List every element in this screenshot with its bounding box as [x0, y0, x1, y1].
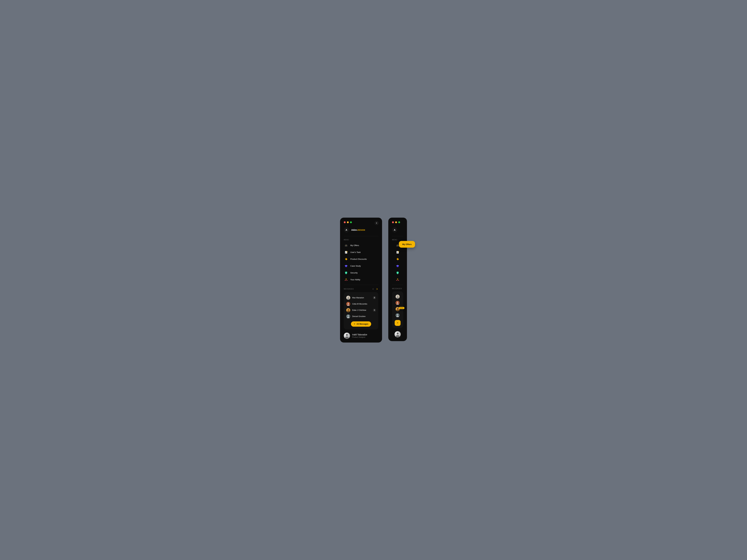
- avatar: [346, 296, 350, 300]
- svg-point-7: [348, 303, 349, 304]
- brand-suffix: DESIGN: [358, 229, 365, 231]
- message-contact[interactable]: [393, 306, 402, 312]
- svg-point-20: [397, 314, 398, 316]
- brand-badge: A: [392, 227, 397, 233]
- contact-name: Max Maraston: [352, 297, 371, 299]
- menu-item-users-task[interactable]: [392, 249, 403, 255]
- window-controls: [344, 221, 378, 223]
- ability-icon: [396, 278, 399, 282]
- avatar: [346, 302, 350, 306]
- brand-badge: A: [344, 227, 349, 233]
- maximize-window-dot[interactable]: [350, 221, 352, 223]
- profile-avatar: [394, 331, 401, 338]
- checklist-icon: [344, 250, 348, 254]
- menu-item-label: User's Task: [350, 251, 361, 254]
- menu-item-product-discounts[interactable]: [392, 256, 403, 262]
- sidebar-expanded: A Adze.DESIGN MENU My Offers User's Task: [340, 218, 382, 343]
- contact-name: Edan J Critchlow: [352, 309, 371, 311]
- messages-card: Max Maraston 2 Celia W Mccombs Edan J Cr…: [344, 292, 378, 329]
- svg-rect-0: [345, 245, 347, 246]
- message-contact[interactable]: [393, 300, 402, 306]
- profile[interactable]: [392, 331, 403, 338]
- svg-point-21: [397, 332, 398, 335]
- minimize-window-dot[interactable]: [347, 221, 349, 223]
- message-contact[interactable]: Edan J Critchlow 1: [346, 307, 376, 313]
- menu-item-product-discounts[interactable]: Product Discounts: [344, 256, 378, 262]
- svg-rect-13: [397, 245, 398, 246]
- menu-item-label: Security: [350, 272, 358, 274]
- message-contact[interactable]: Max Maraston 2: [346, 295, 376, 301]
- caret-down-icon: [397, 322, 398, 323]
- menu-item-label: Your Ability: [350, 278, 360, 281]
- unread-badge: 2: [373, 296, 376, 299]
- message-contact[interactable]: [393, 294, 402, 300]
- menu-section-label: MENU: [344, 239, 378, 241]
- menu-item-your-ability[interactable]: [392, 277, 403, 283]
- chevron-left-icon: [372, 288, 374, 290]
- contact-name: Celia W Mccombs: [352, 303, 376, 305]
- svg-rect-12: [397, 244, 398, 245]
- message-contact[interactable]: [393, 312, 402, 318]
- message-contact[interactable]: Densel Groshev: [346, 313, 376, 320]
- messages-header: MESSAGES: [344, 288, 378, 290]
- sidebar-collapsed: A MENU My Offers: [388, 218, 407, 341]
- menu-item-users-task[interactable]: User's Task: [344, 249, 378, 255]
- messages-card: [392, 291, 403, 328]
- ability-icon: [344, 278, 348, 282]
- svg-rect-1: [346, 244, 346, 245]
- briefcase-icon: [344, 244, 348, 247]
- profile[interactable]: Irakli Talavadze Product Designer: [344, 332, 378, 339]
- message-contact[interactable]: Celia W Mccombs: [346, 301, 376, 307]
- all-messages-button[interactable]: [395, 320, 401, 326]
- messages-next-button[interactable]: [376, 288, 378, 290]
- profile-name: Irakli Talavadze: [352, 334, 367, 336]
- menu-item-label: My Offers: [350, 244, 359, 246]
- menu-list: My Offers User's Task Product Discounts …: [344, 242, 378, 285]
- svg-point-17: [397, 296, 398, 297]
- avatar: [346, 314, 350, 318]
- menu-item-security[interactable]: Security: [344, 270, 378, 276]
- discount-tag-icon: [344, 258, 348, 261]
- menu-item-your-ability[interactable]: Your Ability: [344, 277, 378, 283]
- svg-point-9: [348, 315, 349, 317]
- menu-item-label: Case Study: [350, 265, 361, 267]
- menu-item-security[interactable]: [392, 270, 403, 276]
- svg-point-16: [397, 278, 398, 279]
- shield-icon: [344, 271, 348, 274]
- avatar: [395, 301, 400, 305]
- all-messages-button[interactable]: All Messages: [351, 321, 371, 327]
- contact-name: Densel Groshev: [352, 315, 376, 318]
- messages-section-label: MESSAGES: [392, 288, 403, 290]
- menu-item-case-study[interactable]: Case Study: [344, 263, 378, 269]
- typing-indicator: [399, 307, 405, 309]
- maximize-window-dot[interactable]: [398, 221, 400, 223]
- brand-text: Adze.DESIGN: [351, 229, 365, 231]
- minimize-window-dot[interactable]: [395, 221, 397, 223]
- menu-tooltip: My Offers: [399, 241, 415, 248]
- chevron-right-icon: [377, 288, 378, 290]
- graduation-cap-icon: [344, 264, 348, 268]
- discount-tag-icon: [396, 258, 399, 261]
- svg-point-8: [348, 309, 349, 310]
- menu-list: My Offers: [392, 242, 403, 285]
- menu-item-my-offers[interactable]: My Offers: [392, 242, 403, 248]
- close-window-dot[interactable]: [392, 221, 394, 223]
- messages-section-label: MESSAGES: [344, 288, 354, 290]
- menu-item-label: Product Discounts: [350, 258, 367, 260]
- messages-prev-button[interactable]: [372, 288, 374, 290]
- collapse-sidebar-button[interactable]: [375, 221, 379, 225]
- menu-item-case-study[interactable]: [392, 263, 403, 269]
- all-messages-label: All Messages: [357, 323, 368, 325]
- checklist-icon: [396, 250, 399, 254]
- brand-name: Adze.: [351, 229, 358, 231]
- menu-section-label: MENU: [392, 239, 403, 241]
- svg-point-6: [348, 297, 349, 298]
- close-window-dot[interactable]: [344, 221, 346, 223]
- shield-icon: [396, 271, 399, 274]
- profile-avatar: [344, 332, 350, 339]
- chevron-left-icon: [376, 222, 377, 224]
- svg-point-19: [397, 308, 398, 309]
- svg-point-10: [346, 334, 348, 336]
- caret-down-icon: [354, 324, 355, 324]
- menu-item-my-offers[interactable]: My Offers: [344, 242, 378, 248]
